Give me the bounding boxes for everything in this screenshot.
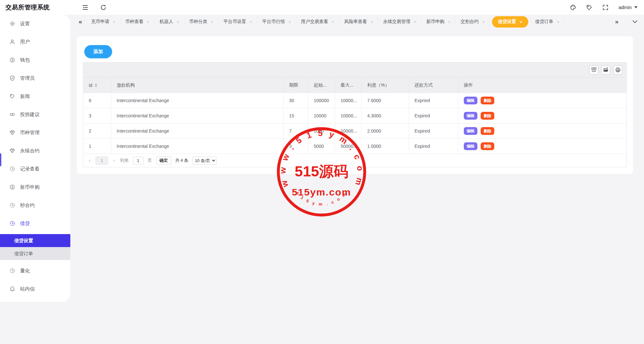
- dollar-circle-icon: [9, 57, 15, 63]
- tab-close-icon[interactable]: ×: [250, 19, 252, 24]
- sidebar-item-new-coin[interactable]: 新币申购: [0, 178, 70, 196]
- edit-button[interactable]: 编辑: [464, 127, 477, 135]
- tabs-menu-chevron-icon[interactable]: [632, 18, 638, 25]
- print-button[interactable]: [613, 65, 622, 75]
- prev-page-button[interactable]: ‹: [88, 158, 91, 163]
- tab-item-active[interactable]: 借贷设置×: [492, 16, 529, 28]
- sidebar-item-quant[interactable]: 量化: [0, 262, 70, 280]
- delete-button[interactable]: 删除: [481, 112, 494, 120]
- collapse-sidebar-icon[interactable]: [82, 4, 88, 11]
- tab-item[interactable]: 新币申购×: [421, 17, 456, 27]
- tab-item[interactable]: 币种分类×: [184, 17, 219, 27]
- tab-close-icon[interactable]: ×: [177, 19, 179, 24]
- cell-actions: 编辑 删除: [458, 93, 626, 108]
- current-page-indicator[interactable]: 1: [96, 157, 108, 165]
- column-settings-button[interactable]: [589, 65, 598, 75]
- sidebar-item-records[interactable]: 记录查看: [0, 160, 70, 178]
- tab-item[interactable]: 永续交易管理×: [378, 17, 422, 27]
- page-size-select[interactable]: 10 条/页: [193, 157, 217, 165]
- cell-term: 3: [284, 138, 308, 154]
- theme-palette-icon[interactable]: [570, 4, 576, 11]
- sidebar-item-feedback[interactable]: 投拆建议: [0, 105, 70, 124]
- cell-max: 10000...: [335, 93, 362, 108]
- edit-button[interactable]: 编辑: [464, 142, 477, 150]
- tab-item[interactable]: 风险率查看×: [339, 17, 378, 27]
- user-menu[interactable]: admin: [618, 5, 638, 10]
- tab-bar: « 充币申请× 币种查看× 机器人× 币种分类× 平台币设置× 平台币行情× 用…: [75, 15, 641, 29]
- cell-org: Intercontinental Exchange: [111, 93, 284, 108]
- tab-item[interactable]: 平台币行情×: [257, 17, 296, 27]
- delete-button[interactable]: 删除: [481, 97, 494, 104]
- add-button[interactable]: 添加: [84, 45, 112, 58]
- sidebar-item-messages[interactable]: 站内信: [0, 280, 70, 298]
- tab-item[interactable]: 币种查看×: [121, 17, 155, 27]
- sidebar-item-lending[interactable]: 借贷: [0, 214, 70, 232]
- delete-button[interactable]: 删除: [481, 127, 494, 135]
- column-header-max: 最大...: [335, 77, 362, 93]
- table-row: 6 Intercontinental Exchange 30 100000 10…: [83, 93, 626, 108]
- tabs-scroll-left-button[interactable]: «: [77, 18, 84, 25]
- tab-close-icon[interactable]: ×: [448, 19, 451, 24]
- tag-icon[interactable]: [586, 4, 592, 11]
- tab-item[interactable]: 充币申请×: [86, 17, 121, 27]
- tab-item[interactable]: 平台币设置×: [218, 17, 257, 27]
- sidebar-subitem-lending-settings[interactable]: 借贷设置: [0, 234, 70, 247]
- timer-icon: [9, 202, 15, 208]
- table-row: 2 Intercontinental Exchange 7 1000 10000…: [83, 123, 626, 138]
- column-header-term: 期限: [284, 77, 308, 93]
- cell-max: 10000...: [335, 123, 362, 138]
- sidebar-item-perpetual[interactable]: 永续合约: [0, 142, 70, 160]
- goto-label: 到第: [120, 158, 129, 163]
- fullscreen-icon[interactable]: [602, 4, 609, 11]
- edit-button[interactable]: 编辑: [464, 97, 477, 104]
- svg-text:5 1 5 y m . c o m: 5 1 5 y m . c o m: [295, 191, 348, 207]
- sidebar-scrollbar-thumb[interactable]: [0, 153, 1, 166]
- content-card: 添加 id 放款机构 期限 起始... 最大... 利息（%） 还款方式 操作: [77, 36, 633, 174]
- sidebar-item-second-contract[interactable]: 秒合约: [0, 196, 70, 214]
- cell-actions: 编辑 删除: [458, 108, 626, 123]
- confirm-page-button[interactable]: 确定: [156, 156, 171, 165]
- tab-close-icon[interactable]: ×: [370, 19, 373, 24]
- tab-item[interactable]: 交割合约×: [456, 17, 490, 27]
- table-row: 3 Intercontinental Exchange 15 10000 100…: [83, 108, 626, 123]
- next-page-button[interactable]: ›: [112, 158, 116, 163]
- sidebar-item-users[interactable]: 用户: [0, 33, 70, 51]
- tab-item[interactable]: 用户交易查看×: [296, 17, 340, 27]
- refresh-icon[interactable]: [100, 4, 107, 11]
- column-header-org: 放款机构: [111, 77, 284, 93]
- tab-close-icon[interactable]: ×: [211, 19, 214, 24]
- cell-id: 3: [83, 108, 111, 123]
- shield-check-icon: [9, 75, 15, 81]
- tab-close-icon[interactable]: ×: [147, 19, 150, 24]
- sidebar-subitem-lending-orders[interactable]: 借贷订单: [0, 247, 70, 260]
- tab-item[interactable]: 机器人×: [155, 17, 184, 27]
- cell-start: 100000: [308, 93, 335, 108]
- sidebar-item-coin-manage[interactable]: 币种管理: [0, 124, 70, 142]
- tab-close-icon[interactable]: ×: [288, 19, 291, 24]
- tabs-scroll-right-button[interactable]: »: [614, 18, 620, 25]
- pagination: ‹ 1 › 到第 页 确定 共 4 条 10 条/页: [83, 154, 626, 167]
- sort-icon[interactable]: [95, 83, 97, 87]
- sidebar-item-news[interactable]: 新闻: [0, 87, 70, 105]
- cell-start: 1000: [308, 123, 335, 138]
- tab-close-icon[interactable]: ×: [113, 19, 115, 24]
- sidebar-item-wallet[interactable]: 钱包: [0, 51, 70, 69]
- goto-page-input[interactable]: [133, 157, 144, 165]
- tab-close-icon[interactable]: ×: [520, 19, 522, 24]
- tab-close-icon[interactable]: ×: [332, 19, 334, 24]
- sidebar-item-admins[interactable]: 管理员: [0, 69, 70, 87]
- timer-icon: [9, 166, 15, 172]
- cell-interest: 1.0000: [362, 138, 409, 154]
- tab-close-icon[interactable]: ×: [414, 19, 416, 24]
- watermark-arc-bottom-text: 5 1 5 y m . c o m: [295, 191, 348, 207]
- cell-term: 30: [284, 93, 308, 108]
- tab-close-icon[interactable]: ×: [482, 19, 485, 24]
- edit-button[interactable]: 编辑: [464, 112, 477, 120]
- table-row: 1 Intercontinental Exchange 3 5000 50000…: [83, 138, 626, 154]
- delete-button[interactable]: 删除: [481, 142, 494, 150]
- cell-start: 5000: [308, 138, 335, 154]
- tab-close-icon[interactable]: ×: [557, 19, 559, 24]
- sidebar-item-settings[interactable]: 设置: [0, 15, 70, 33]
- export-button[interactable]: [601, 65, 610, 75]
- tab-item[interactable]: 借贷订单×: [530, 17, 565, 27]
